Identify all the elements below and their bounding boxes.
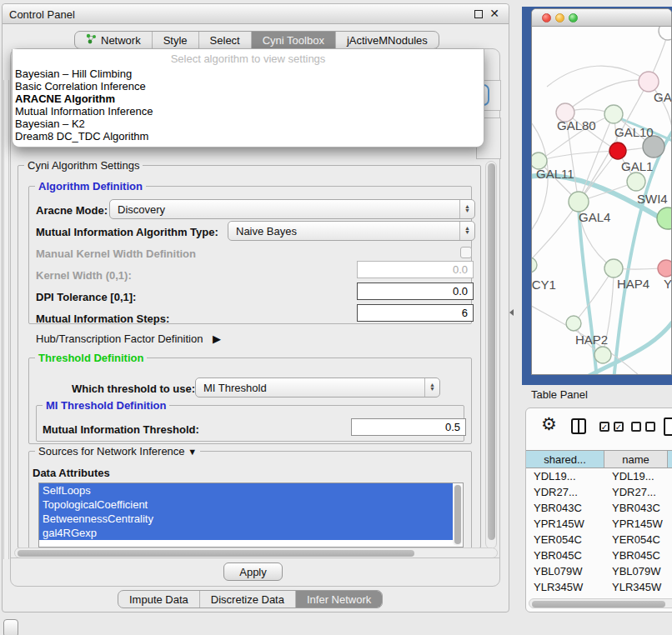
checked-checkbox-icon[interactable]: ✓ [599, 422, 609, 432]
table-cell: 9. [668, 518, 672, 530]
table-cell: 9. [668, 549, 672, 562]
data-attribute-item[interactable]: SelfLoops [39, 483, 453, 498]
tab-select[interactable]: Select [198, 32, 251, 48]
node-label: SWI4 [637, 192, 668, 206]
cyni-algorithm-settings-title: Cyni Algorithm Settings [24, 159, 143, 172]
node-pink-top[interactable] [639, 72, 659, 92]
tab-infer-network[interactable]: Infer Network [295, 591, 382, 608]
apply-button[interactable]: Apply [223, 562, 283, 581]
algorithm-popup-item[interactable]: Bayesian – Hill Climbing [13, 68, 484, 80]
table-cell: YBR045C [526, 549, 604, 562]
hub-definition-expander[interactable]: Hub/Transcription Factor Definition ▶ [36, 332, 221, 345]
collapsed-panel-button[interactable] [3, 619, 18, 635]
table-cell: YDR27... [604, 486, 668, 498]
tab-network-label: Network [101, 34, 141, 47]
table-cell: 9. [668, 581, 672, 593]
dpi-tolerance-field[interactable]: 0.0 [357, 282, 474, 300]
table-row[interactable]: YER054CYER054C8. [526, 532, 672, 548]
tab-cyni-toolbox[interactable]: Cyni Toolbox [251, 32, 335, 48]
data-attribute-item[interactable]: gal4RGexp [39, 526, 453, 540]
table-cell: YBR045C [604, 549, 668, 562]
mi-algorithm-type-select[interactable]: Naive Bayes ▲▼ [228, 221, 475, 241]
node-partial-top[interactable] [659, 27, 672, 40]
kernel-width-field[interactable]: 0.0 [357, 261, 474, 278]
mi-algorithm-type-value: Naive Bayes [228, 222, 459, 240]
gear-icon[interactable]: ⚙ [541, 416, 557, 432]
aracne-mode-select[interactable]: Discovery ▲▼ [109, 199, 475, 219]
split-columns-icon[interactable] [571, 418, 586, 434]
zoom-traffic-light-icon[interactable] [569, 13, 578, 22]
tab-network[interactable]: Network [75, 32, 152, 48]
close-icon[interactable]: ✕ [489, 7, 499, 20]
column-header-partial[interactable] [668, 451, 672, 468]
table-cell: YBL079W [526, 565, 604, 578]
unchecked-checkbox-icon[interactable] [645, 422, 655, 432]
data-attribute-item[interactable]: TopologicalCoefficient [39, 498, 453, 512]
unchecked-checkbox-icon[interactable] [631, 422, 641, 432]
aracne-mode-label: Aracne Mode: [36, 204, 108, 217]
table-cell: YER054C [604, 533, 668, 546]
kernel-width-value: 0.0 [453, 263, 468, 276]
node-hap4[interactable] [604, 259, 623, 278]
network-window-titlebar[interactable] [532, 9, 671, 27]
table-row[interactable]: YDL19...YDL19...13 [526, 468, 672, 484]
splitter-collapse-icon[interactable] [509, 309, 514, 316]
table-row[interactable]: YPR145WYPR145W9. [526, 516, 672, 532]
settings-vertical-scrollbar[interactable] [485, 161, 497, 549]
node-gal1-red[interactable] [609, 142, 626, 159]
dpi-tolerance-value: 0.0 [453, 285, 468, 298]
table-row[interactable]: YBR045CYBR045C9. [526, 548, 672, 563]
table-horizontal-scrollbar[interactable] [529, 598, 672, 608]
table-row[interactable]: YBL079WYBL079W [526, 563, 672, 579]
node-bright-green[interactable] [657, 208, 672, 229]
mi-threshold-field[interactable]: 0.5 [351, 418, 466, 436]
node-hap2[interactable] [566, 316, 581, 331]
control-panel-title: Control Panel [9, 8, 75, 21]
tab-select-label: Select [210, 34, 240, 47]
tab-discretize-data[interactable]: Discretize Data [199, 591, 295, 608]
minimize-traffic-light-icon[interactable] [555, 13, 564, 22]
table-cell: YBR043C [526, 502, 604, 514]
node-label: HAP2 [575, 332, 608, 347]
manual-kernel-width-checkbox[interactable] [460, 247, 472, 258]
node-bottom[interactable] [594, 347, 611, 363]
attributes-scrollbar[interactable] [453, 484, 462, 546]
checked-checkbox-icon[interactable]: ✓ [614, 422, 624, 432]
node-salmon[interactable] [658, 260, 672, 277]
algorithm-popup-item[interactable]: Basic Correlation Inference [13, 80, 484, 92]
which-threshold-label: Which threshold to use: [72, 382, 195, 395]
node-gal10[interactable] [604, 105, 623, 123]
column-header-shared-name[interactable]: shared... [526, 451, 604, 468]
cyni-bottom-tabs: Impute Data Discretize Data Infer Networ… [118, 590, 383, 608]
sources-group-title[interactable]: Sources for Network Inference ▼ [35, 445, 200, 458]
table-row[interactable]: YBR043CYBR043C [526, 500, 672, 516]
data-attributes-list[interactable]: SelfLoopsTopologicalCoefficientBetweenne… [38, 482, 464, 548]
table-row[interactable]: YLR345WYLR345W9. [526, 579, 672, 595]
threshold-definition-title: Threshold Definition [35, 352, 147, 364]
algorithm-popup-item[interactable]: Bayesian – K2 [13, 118, 484, 130]
collapse-down-icon: ▼ [188, 447, 197, 457]
algorithm-popup-item[interactable]: ARACNE Algorithm [13, 92, 484, 105]
left-scroll-gutter[interactable] [3, 80, 9, 559]
node-gal4[interactable] [569, 192, 589, 212]
node-label: GAL10 [614, 125, 654, 139]
data-attribute-item[interactable]: BetweennessCentrality [39, 512, 453, 526]
table-cell: YPR145W [526, 518, 604, 530]
tab-style[interactable]: Style [152, 32, 198, 48]
node-gcy1[interactable] [532, 258, 537, 272]
table-cell: 8. [668, 533, 672, 546]
table-row[interactable]: YDR27...YDR27...12 [526, 484, 672, 500]
node-swi4[interactable] [627, 172, 645, 191]
network-canvas[interactable]: GAL GAL80 GAL10 GAL1 GAL11 SWI4 GAL4 GCY… [532, 27, 672, 375]
mi-steps-field[interactable]: 6 [357, 304, 474, 322]
which-threshold-select[interactable]: MI Threshold ▲▼ [195, 378, 440, 398]
document-icon[interactable] [664, 418, 672, 436]
tab-impute-data[interactable]: Impute Data [118, 591, 199, 608]
float-window-icon[interactable] [474, 10, 483, 18]
column-header-name[interactable]: name [604, 451, 668, 468]
tab-jactivemnodules[interactable]: jActiveMNodules [335, 32, 439, 48]
node-label: GCY1 [531, 278, 556, 292]
algorithm-popup-item[interactable]: Dream8 DC_TDC Algorithm [13, 130, 484, 142]
algorithm-popup-item[interactable]: Mutual Information Inference [13, 105, 484, 118]
close-traffic-light-icon[interactable] [542, 13, 551, 22]
